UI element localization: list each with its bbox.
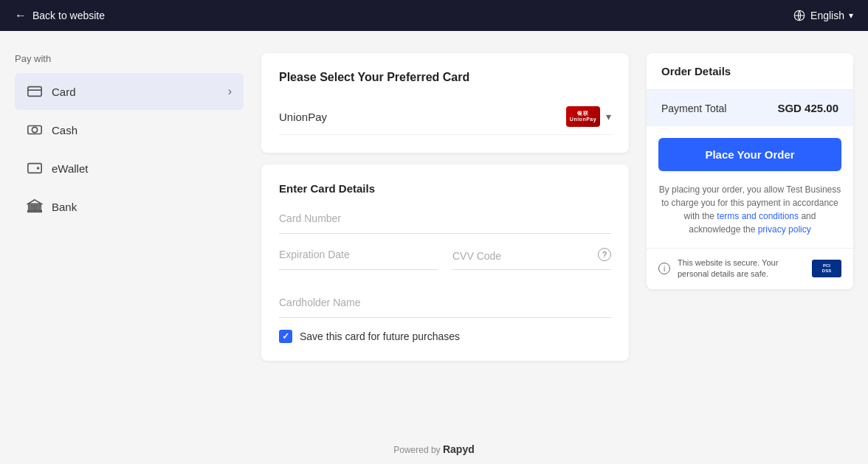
- payment-method-ewallet[interactable]: eWallet: [15, 150, 244, 187]
- order-details-title: Order Details: [661, 65, 838, 77]
- pcidss-badge: PCIDSS: [812, 260, 841, 277]
- place-order-button[interactable]: Place Your Order: [658, 138, 841, 171]
- terms-link[interactable]: terms and conditions: [717, 211, 799, 221]
- payment-total-row: Payment Total SGD 425.00: [647, 90, 853, 126]
- cardholder-name-input[interactable]: [279, 294, 611, 311]
- card-form-title: Enter Card Details: [279, 182, 611, 195]
- checkmark-icon: ✓: [282, 331, 289, 342]
- privacy-link[interactable]: privacy policy: [758, 224, 811, 235]
- powered-by-text: Powered by: [393, 445, 440, 455]
- order-panel: Order Details Payment Total SGD 425.00 P…: [647, 53, 853, 412]
- main-container: Pay with Card › Cash: [0, 31, 868, 434]
- bank-icon: [27, 198, 43, 215]
- payment-method-bank-label: Bank: [52, 201, 77, 213]
- payment-total-amount: SGD 425.00: [777, 102, 838, 114]
- cvv-input[interactable]: [452, 247, 598, 268]
- card-details-panel: Enter Card Details ?: [261, 165, 629, 361]
- security-row: i This website is secure. Your personal …: [647, 248, 853, 289]
- save-card-checkbox[interactable]: ✓: [279, 330, 292, 343]
- svg-rect-13: [28, 211, 41, 212]
- language-selector[interactable]: English ▾: [793, 9, 853, 22]
- svg-rect-5: [28, 164, 41, 173]
- footer: Powered by Rapyd: [0, 434, 868, 464]
- svg-rect-11: [39, 205, 41, 210]
- svg-point-3: [32, 127, 37, 132]
- payment-method-card-label: Card: [52, 86, 76, 98]
- info-icon: i: [658, 263, 670, 274]
- payment-sidebar: Pay with Card › Cash: [15, 53, 244, 412]
- order-disclaimer: By placing your order, you allow Test Bu…: [647, 183, 853, 248]
- cash-icon: [27, 122, 43, 138]
- payment-total-label: Payment Total: [661, 103, 726, 114]
- pay-with-label: Pay with: [15, 53, 244, 64]
- card-dropdown-chevron: ▾: [606, 111, 611, 122]
- chevron-right-icon: ›: [228, 85, 232, 98]
- card-icon: [27, 83, 43, 100]
- card-dropdown-trigger[interactable]: 银联UnionPay ▾: [566, 106, 611, 127]
- selected-card-label: UnionPay: [279, 111, 327, 123]
- language-label: English: [810, 10, 844, 21]
- center-content: Please Select Your Preferred Card UnionP…: [261, 53, 629, 412]
- order-details-box: Order Details Payment Total SGD 425.00 P…: [647, 53, 853, 289]
- card-number-field: [279, 210, 611, 234]
- expiration-date-input[interactable]: [279, 246, 438, 263]
- cvv-field: ?: [452, 246, 611, 270]
- save-card-label: Save this card for future purchases: [300, 330, 460, 342]
- card-selector-title: Please Select Your Preferred Card: [279, 71, 611, 84]
- rapyd-brand: Rapyd: [443, 443, 475, 455]
- save-card-row: ✓ Save this card for future purchases: [279, 330, 611, 343]
- expiration-date-field: [279, 246, 438, 270]
- payment-method-ewallet-label: eWallet: [52, 162, 88, 175]
- chevron-down-icon: ▾: [849, 10, 853, 21]
- payment-method-bank[interactable]: Bank: [15, 188, 244, 225]
- security-text: This website is secure. Your personal de…: [678, 257, 805, 280]
- back-to-website-link[interactable]: ← Back to website: [15, 9, 105, 22]
- svg-rect-9: [34, 205, 35, 210]
- back-label: Back to website: [32, 10, 105, 21]
- ewallet-icon: [27, 160, 43, 176]
- card-number-input[interactable]: [279, 210, 611, 227]
- cvv-help-icon[interactable]: ?: [598, 248, 611, 261]
- card-selector-row: UnionPay 银联UnionPay ▾: [279, 99, 611, 135]
- payment-method-cash[interactable]: Cash: [15, 111, 244, 148]
- svg-marker-12: [28, 200, 41, 204]
- payment-method-card[interactable]: Card ›: [15, 73, 244, 110]
- back-arrow-icon: ←: [15, 9, 27, 22]
- payment-method-cash-label: Cash: [52, 124, 78, 136]
- top-navigation: ← Back to website English ▾: [0, 0, 868, 31]
- cardholder-name-field: [279, 294, 611, 318]
- unionpay-badge: 银联UnionPay: [566, 106, 600, 127]
- order-details-header: Order Details: [647, 53, 853, 90]
- svg-rect-10: [37, 205, 38, 210]
- globe-icon: [793, 9, 806, 22]
- svg-rect-8: [31, 205, 32, 210]
- svg-rect-1: [28, 87, 41, 97]
- svg-rect-7: [29, 205, 30, 210]
- expiry-cvv-row: ?: [279, 246, 611, 282]
- card-selector-panel: Please Select Your Preferred Card UnionP…: [261, 53, 629, 153]
